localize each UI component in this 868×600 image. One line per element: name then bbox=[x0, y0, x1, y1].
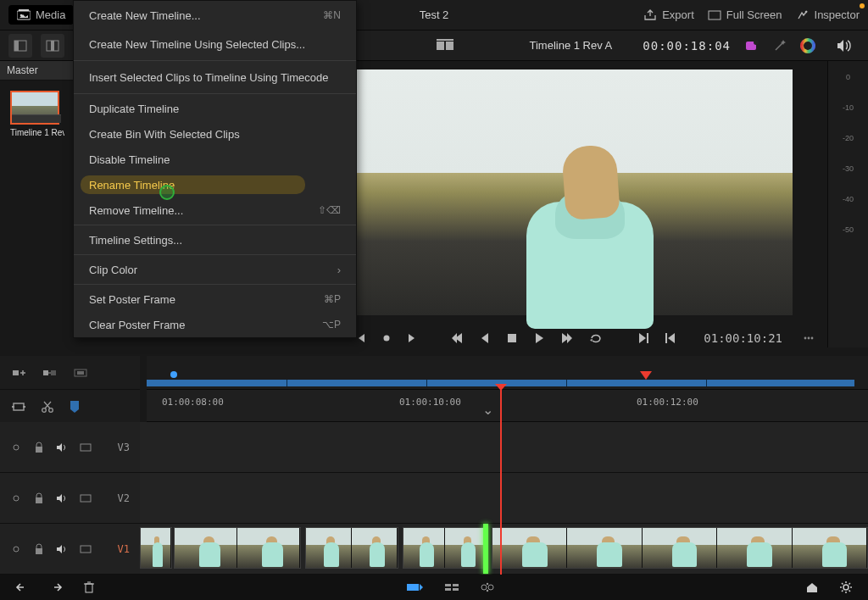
timeline-thumb[interactable]: Timeline 1 Rev A bbox=[10, 91, 64, 137]
menu-clip-color[interactable]: Clip Color› bbox=[74, 257, 356, 282]
marker-icon[interactable] bbox=[70, 400, 80, 414]
timeline-navbar[interactable] bbox=[147, 356, 868, 390]
viewer-mode-button[interactable] bbox=[433, 34, 457, 58]
clip-segment[interactable] bbox=[174, 527, 301, 569]
fusion-page-icon[interactable] bbox=[480, 581, 495, 594]
selection-tool-icon[interactable] bbox=[12, 401, 25, 413]
menu-rename-timeline[interactable]: Rename Timeline bbox=[74, 172, 356, 197]
svg-rect-37 bbox=[86, 584, 92, 592]
link-icon[interactable] bbox=[10, 543, 22, 555]
wand-icon[interactable] bbox=[773, 39, 787, 53]
audio-icon[interactable] bbox=[56, 493, 68, 503]
edit-page-icon[interactable] bbox=[444, 581, 459, 593]
lock-icon[interactable] bbox=[34, 492, 44, 504]
fullscreen-button[interactable]: Full Screen bbox=[708, 8, 782, 21]
svg-rect-32 bbox=[81, 444, 91, 451]
timeline-ruler[interactable]: 01:00:08:00 01:00:10:00 01:00:12:00 ⌄ bbox=[147, 390, 868, 422]
preview-viewer[interactable] bbox=[357, 69, 793, 315]
stop-icon[interactable] bbox=[506, 332, 518, 344]
menu-remove-timeline[interactable]: Remove Timeline...⇧⌫ bbox=[74, 197, 356, 223]
track-lane-v1[interactable] bbox=[140, 524, 868, 575]
prev-edit-icon[interactable] bbox=[357, 333, 367, 343]
mute-button[interactable] bbox=[829, 38, 860, 53]
lock-icon[interactable] bbox=[34, 442, 44, 453]
redo-icon[interactable] bbox=[49, 581, 63, 593]
thumb-caption: Timeline 1 Rev A bbox=[10, 128, 64, 137]
svg-rect-22 bbox=[43, 370, 48, 375]
svg-point-30 bbox=[49, 408, 53, 412]
step-back-icon[interactable] bbox=[479, 332, 491, 344]
jump-next-icon[interactable] bbox=[637, 332, 649, 344]
insert-clip-icon[interactable] bbox=[12, 367, 27, 379]
media-pool-button[interactable]: Media bbox=[8, 5, 74, 25]
lock-icon[interactable] bbox=[34, 543, 44, 555]
overwrite-clip-icon[interactable] bbox=[42, 367, 58, 379]
notification-dot bbox=[860, 3, 865, 8]
media-icon bbox=[17, 9, 31, 21]
clip-segment[interactable] bbox=[140, 527, 172, 569]
go-end-icon[interactable] bbox=[560, 332, 574, 344]
svg-point-45 bbox=[487, 583, 488, 585]
marker-dot-icon[interactable] bbox=[382, 334, 391, 342]
svg-point-29 bbox=[42, 408, 47, 412]
ruler-dropdown-icon[interactable]: ⌄ bbox=[482, 402, 493, 418]
clip-segment[interactable] bbox=[492, 527, 868, 569]
settings-icon[interactable] bbox=[839, 581, 853, 594]
menu-timeline-settings[interactable]: Timeline Settings... bbox=[74, 227, 356, 253]
menu-duplicate-timeline[interactable]: Duplicate Timeline bbox=[74, 96, 356, 121]
blade-tool-icon[interactable] bbox=[41, 400, 54, 414]
menu-set-poster-frame[interactable]: Set Poster Frame⌘P bbox=[74, 286, 356, 312]
menu-create-new-timeline[interactable]: Create New Timeline...⌘N bbox=[74, 1, 356, 30]
track-lane-v3[interactable] bbox=[140, 422, 868, 473]
transport-timecode[interactable]: 01:00:10:21 bbox=[704, 331, 782, 345]
track-header-v2[interactable]: V2 bbox=[0, 473, 140, 524]
video-enable-icon[interactable] bbox=[80, 544, 92, 554]
next-edit-icon[interactable] bbox=[406, 333, 416, 343]
bypass-fx-icon[interactable] bbox=[744, 39, 760, 53]
panel-toggle-left[interactable] bbox=[8, 34, 32, 58]
transport-controls: 01:00:10:21 bbox=[357, 324, 815, 353]
undo-icon[interactable] bbox=[15, 581, 29, 593]
loop-icon[interactable] bbox=[589, 332, 604, 344]
svg-rect-41 bbox=[453, 584, 459, 586]
cut-page-icon[interactable] bbox=[405, 581, 424, 594]
track-header-v3[interactable]: V3 bbox=[0, 422, 140, 473]
playhead[interactable] bbox=[500, 390, 502, 575]
menu-clear-poster-frame[interactable]: Clear Poster Frame⌥P bbox=[74, 312, 356, 337]
ruler-tick-2: 01:00:12:00 bbox=[637, 397, 698, 408]
replace-clip-icon[interactable] bbox=[73, 367, 88, 379]
panel-toggle-mid[interactable] bbox=[41, 34, 64, 58]
audio-icon[interactable] bbox=[56, 544, 68, 554]
video-enable-icon[interactable] bbox=[80, 493, 92, 503]
link-icon[interactable] bbox=[10, 492, 22, 504]
audio-icon[interactable] bbox=[56, 442, 68, 453]
jump-prev-icon[interactable] bbox=[665, 332, 676, 344]
svg-point-20 bbox=[811, 337, 814, 340]
menu-create-bin-selected[interactable]: Create Bin With Selected Clips bbox=[74, 121, 356, 147]
track-lane-v2[interactable] bbox=[140, 473, 868, 524]
home-icon[interactable] bbox=[805, 581, 819, 593]
svg-rect-3 bbox=[709, 11, 721, 19]
link-icon[interactable] bbox=[10, 442, 22, 453]
menu-create-new-timeline-selected[interactable]: Create New Timeline Using Selected Clips… bbox=[74, 30, 356, 58]
fullscreen-icon bbox=[708, 10, 721, 20]
play-icon[interactable] bbox=[533, 332, 545, 344]
svg-rect-39 bbox=[445, 584, 451, 586]
color-wheel-icon[interactable] bbox=[800, 38, 815, 53]
transport-menu-icon[interactable] bbox=[803, 332, 815, 344]
clip-segment[interactable] bbox=[403, 527, 487, 569]
timeline-name[interactable]: Timeline 1 Rev A bbox=[530, 39, 613, 52]
export-button[interactable]: Export bbox=[643, 8, 694, 21]
clip-segment[interactable] bbox=[305, 527, 398, 569]
go-start-icon[interactable] bbox=[450, 332, 464, 344]
menu-insert-clips-timecode[interactable]: Insert Selected Clips to Timeline Using … bbox=[74, 63, 356, 92]
inspector-button[interactable]: Inspector bbox=[796, 8, 860, 21]
track-header-v1[interactable]: V1 bbox=[0, 524, 140, 575]
trash-icon[interactable] bbox=[83, 581, 95, 594]
viewer-timecode[interactable]: 00:00:18:04 bbox=[643, 39, 731, 53]
svg-rect-34 bbox=[81, 495, 91, 502]
video-enable-icon[interactable] bbox=[80, 442, 92, 453]
svg-point-4 bbox=[804, 10, 807, 13]
menu-disable-timeline[interactable]: Disable Timeline bbox=[74, 147, 356, 172]
edit-point-marker[interactable] bbox=[483, 524, 488, 574]
